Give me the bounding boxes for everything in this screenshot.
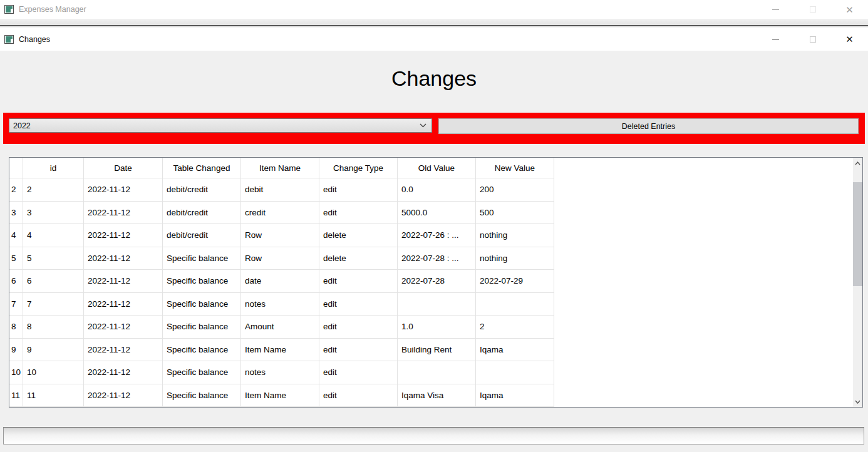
table-cell[interactable]: 2022-11-12 bbox=[84, 247, 163, 270]
table-cell[interactable]: nothing bbox=[476, 224, 554, 247]
column-header-old-value[interactable]: Old Value bbox=[398, 158, 476, 178]
table-cell[interactable]: 8 bbox=[23, 316, 84, 338]
table-cell[interactable]: Amount bbox=[241, 316, 319, 338]
table-row[interactable]: 772022-11-12Specific balancenotesedit bbox=[9, 293, 554, 316]
table-cell[interactable]: 6 bbox=[23, 270, 84, 292]
table-row[interactable]: 882022-11-12Specific balanceAmountedit1.… bbox=[9, 316, 554, 339]
vertical-scrollbar[interactable] bbox=[853, 158, 862, 407]
close-button[interactable]: ✕ bbox=[831, 28, 868, 51]
close-button[interactable]: ✕ bbox=[831, 0, 868, 19]
table-cell[interactable]: debit/credit bbox=[163, 202, 241, 224]
column-header-date[interactable]: Date bbox=[84, 158, 163, 178]
scroll-up-button[interactable] bbox=[853, 158, 862, 168]
table-cell[interactable]: edit bbox=[319, 178, 398, 201]
table-cell[interactable]: 2022-11-12 bbox=[84, 384, 163, 407]
deleted-entries-button[interactable]: Deleted Entries bbox=[438, 118, 859, 134]
maximize-button[interactable] bbox=[794, 28, 831, 51]
table-cell[interactable]: delete bbox=[319, 224, 398, 247]
table-cell[interactable]: 2 bbox=[23, 178, 84, 201]
table-cell[interactable]: edit bbox=[319, 384, 398, 407]
table-cell[interactable]: 3 bbox=[23, 202, 84, 224]
year-combobox[interactable]: 2022 bbox=[9, 118, 432, 133]
table-cell[interactable]: edit bbox=[319, 339, 398, 361]
table-cell[interactable]: 2022-11-12 bbox=[84, 339, 163, 361]
column-header-table-changed[interactable]: Table Changed bbox=[163, 158, 241, 178]
table-cell[interactable]: edit bbox=[319, 361, 398, 384]
table-cell[interactable]: 2022-11-12 bbox=[84, 293, 163, 316]
table-cell[interactable]: Specific balance bbox=[163, 247, 241, 270]
scrollbar-thumb[interactable] bbox=[853, 182, 862, 286]
table-cell[interactable]: 2022-07-26 : ... bbox=[398, 224, 476, 247]
table-cell[interactable]: Item Name bbox=[241, 339, 319, 361]
table-cell[interactable]: edit bbox=[319, 270, 398, 292]
table-cell[interactable]: Iqama bbox=[476, 384, 554, 407]
bottom-entry[interactable] bbox=[3, 427, 864, 444]
table-cell[interactable]: Specific balance bbox=[163, 361, 241, 384]
table-cell[interactable]: 2022-11-12 bbox=[84, 316, 163, 338]
table-cell[interactable]: debit bbox=[241, 178, 319, 201]
table-cell[interactable]: 1.0 bbox=[398, 316, 476, 338]
table-cell[interactable]: delete bbox=[319, 247, 398, 270]
table-cell[interactable]: Building Rent bbox=[398, 339, 476, 361]
maximize-button[interactable] bbox=[794, 0, 831, 19]
table-cell[interactable]: notes bbox=[241, 361, 319, 384]
table-cell[interactable] bbox=[476, 361, 554, 384]
table-cell[interactable]: credit bbox=[241, 202, 319, 224]
table-row[interactable]: 222022-11-12debit/creditdebitedit0.0200 bbox=[9, 178, 554, 202]
table-cell[interactable]: notes bbox=[241, 293, 319, 316]
table-cell[interactable]: 4 bbox=[23, 224, 84, 247]
table-cell[interactable]: 2 bbox=[476, 316, 554, 338]
table-row[interactable]: 332022-11-12debit/creditcreditedit5000.0… bbox=[9, 202, 554, 225]
minimize-button[interactable] bbox=[757, 0, 794, 19]
table-cell[interactable]: 2022-11-12 bbox=[84, 178, 163, 201]
table-cell[interactable]: Iqama bbox=[476, 339, 554, 361]
table-row[interactable]: 10102022-11-12Specific balancenotesedit bbox=[9, 361, 554, 384]
table-cell[interactable]: Row bbox=[241, 224, 319, 247]
table-cell[interactable]: Specific balance bbox=[163, 316, 241, 338]
table-cell[interactable]: Row bbox=[241, 247, 319, 270]
table-row[interactable]: 11112022-11-12Specific balanceItem Namee… bbox=[9, 384, 554, 408]
column-header-item-name[interactable]: Item Name bbox=[241, 158, 319, 178]
column-header-new-value[interactable]: New Value bbox=[476, 158, 554, 178]
table-cell[interactable]: edit bbox=[319, 202, 398, 224]
table-cell[interactable]: 2022-07-28 : ... bbox=[398, 247, 476, 270]
table-cell[interactable]: 5 bbox=[23, 247, 84, 270]
table-cell[interactable]: 0.0 bbox=[398, 178, 476, 201]
table-cell[interactable]: Item Name bbox=[241, 384, 319, 407]
table-cell[interactable]: 2022-07-28 bbox=[398, 270, 476, 292]
table-cell[interactable]: Specific balance bbox=[163, 293, 241, 316]
table-cell[interactable]: 2022-07-29 bbox=[476, 270, 554, 292]
column-header-id[interactable]: id bbox=[23, 158, 84, 178]
column-header-change-type[interactable]: Change Type bbox=[319, 158, 398, 178]
table-cell[interactable]: 11 bbox=[23, 384, 84, 407]
table-cell[interactable]: 2022-11-12 bbox=[84, 224, 163, 247]
scroll-down-button[interactable] bbox=[853, 396, 862, 407]
table-row[interactable]: 552022-11-12Specific balanceRowdelete202… bbox=[9, 247, 554, 270]
table-cell[interactable]: Specific balance bbox=[163, 384, 241, 407]
table-cell[interactable]: 7 bbox=[23, 293, 84, 316]
table-cell[interactable]: date bbox=[241, 270, 319, 292]
table-cell[interactable] bbox=[398, 361, 476, 384]
minimize-button[interactable] bbox=[757, 28, 794, 51]
table-cell[interactable]: 5000.0 bbox=[398, 202, 476, 224]
table-cell[interactable] bbox=[476, 293, 554, 316]
table-cell[interactable]: 500 bbox=[476, 202, 554, 224]
table-cell[interactable]: 200 bbox=[476, 178, 554, 201]
table-row[interactable]: 662022-11-12Specific balancedateedit2022… bbox=[9, 270, 554, 293]
table-cell[interactable]: Iqama Visa bbox=[398, 384, 476, 407]
table-cell[interactable]: Specific balance bbox=[163, 270, 241, 292]
table-cell[interactable]: 2022-11-12 bbox=[84, 202, 163, 224]
table-cell[interactable]: edit bbox=[319, 316, 398, 338]
table-row[interactable]: 442022-11-12debit/creditRowdelete2022-07… bbox=[9, 224, 554, 247]
table-cell[interactable] bbox=[398, 293, 476, 316]
table-cell[interactable]: 2022-11-12 bbox=[84, 361, 163, 384]
table-cell[interactable]: 10 bbox=[23, 361, 84, 384]
table-cell[interactable]: edit bbox=[319, 293, 398, 316]
table-row[interactable]: 992022-11-12Specific balanceItem Nameedi… bbox=[9, 339, 554, 362]
table-cell[interactable]: debit/credit bbox=[163, 178, 241, 201]
table-cell[interactable]: 2022-11-12 bbox=[84, 270, 163, 292]
table-cell[interactable]: debit/credit bbox=[163, 224, 241, 247]
table-cell[interactable]: Specific balance bbox=[163, 339, 241, 361]
table-cell[interactable]: 9 bbox=[23, 339, 84, 361]
table-cell[interactable]: nothing bbox=[476, 247, 554, 270]
